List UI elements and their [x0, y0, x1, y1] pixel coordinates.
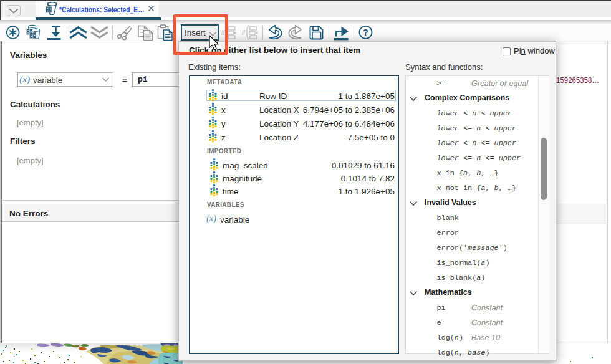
svg-text:if: if [242, 29, 246, 36]
svg-text:?: ? [363, 27, 368, 37]
